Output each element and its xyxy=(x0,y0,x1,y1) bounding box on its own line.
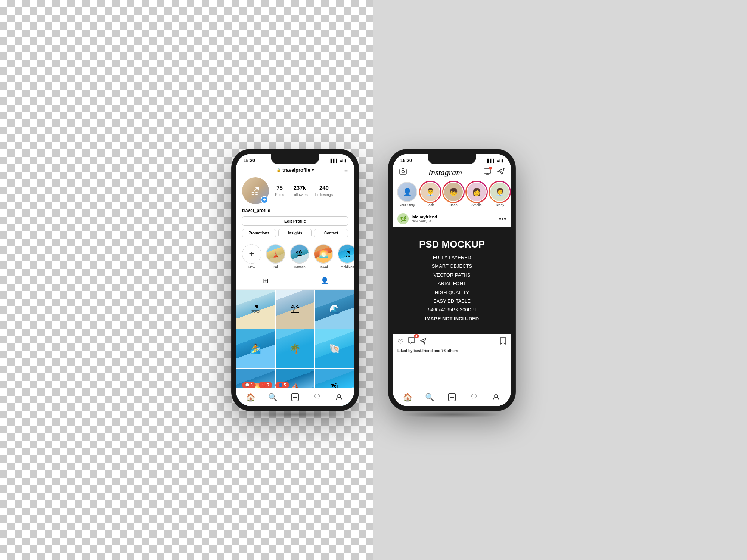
nav-home-1[interactable]: 🏠 xyxy=(244,391,258,404)
nav-add-1[interactable] xyxy=(288,391,302,404)
maldives-story-label: Maldives xyxy=(341,265,354,269)
maldives-story-circle: 🏖 xyxy=(338,244,354,264)
phone-2: 15:20 ▌▌▌ ≋ ▮ Instagram xyxy=(388,149,515,411)
post-username: isla.myfriend xyxy=(412,215,437,219)
profile-top-bar: 🔒 travelprofile ▾ ≡ xyxy=(242,167,348,173)
notch-1 xyxy=(271,154,319,164)
add-story-button[interactable]: + xyxy=(261,196,268,203)
edit-profile-button[interactable]: Edit Profile xyxy=(242,216,348,226)
photo-cell-1[interactable]: 🏖 xyxy=(236,290,275,329)
time-1: 15:20 xyxy=(244,158,255,163)
signal-icon-2: ▌▌▌ xyxy=(487,159,495,163)
new-story-circle: + xyxy=(242,244,261,264)
heart-icon-badge: ❤️ xyxy=(262,383,266,387)
jack-story-item[interactable]: 👨‍💼 Jack xyxy=(421,182,440,207)
time-2: 15:20 xyxy=(400,158,412,163)
jack-avatar: 👨‍💼 xyxy=(420,182,440,202)
cannes-story-label: Cannes xyxy=(294,265,305,269)
nav-profile-2[interactable] xyxy=(489,391,503,404)
noah-avatar: 👦 xyxy=(443,182,464,202)
camera-icon[interactable] xyxy=(399,167,407,177)
photo-cell-4[interactable]: 🏄 xyxy=(236,329,275,368)
feature-4: ARIAL FONT xyxy=(425,279,479,288)
teddy-story-item[interactable]: 🧑‍💼 Teddy xyxy=(490,182,509,207)
post-likes: Liked by best.friend and 76 others xyxy=(393,348,511,354)
notification-dot xyxy=(489,167,492,170)
your-story-avatar: 👤 xyxy=(397,182,417,202)
comment-count: 3 xyxy=(251,383,253,387)
contact-button[interactable]: Contact xyxy=(314,229,348,237)
your-story-item[interactable]: 👤 Your Story xyxy=(397,182,417,207)
post-avatar: 🌿 xyxy=(397,213,409,224)
profile-username-top: 🔒 travelprofile ▾ xyxy=(276,167,313,173)
followers-stat: 237k Followers xyxy=(292,184,308,197)
nav-heart-1[interactable]: ♡ xyxy=(310,391,324,404)
comment-button[interactable]: 4 xyxy=(408,337,415,346)
followings-stat: 240 Followings xyxy=(315,184,333,197)
feature-1: FULLY LAYERED xyxy=(425,253,479,262)
post-user-info: isla.myfriend New York, US xyxy=(412,215,437,223)
post-more-button[interactable]: ••• xyxy=(499,215,506,222)
phone-1: 15:20 ▌▌▌ ≋ ▮ 🔒 travelprofile ▾ ≡ xyxy=(232,149,359,411)
noah-story-item[interactable]: 👦 Noah xyxy=(444,182,463,207)
share-button[interactable] xyxy=(420,337,427,346)
username-label: travelprofile xyxy=(282,167,310,173)
feature-8: IMAGE NOT INCLUDED xyxy=(425,314,479,323)
profile-stats: 75 Posts 237k Followers 240 Followings xyxy=(275,184,333,197)
story-bali[interactable]: 🗼 Bali xyxy=(266,244,285,269)
send-icon[interactable] xyxy=(497,167,505,177)
feature-7: 5460x4095PX 300DPI xyxy=(425,305,479,314)
nav-heart-2[interactable]: ♡ xyxy=(467,391,481,404)
story-new[interactable]: + New xyxy=(242,244,261,269)
heart-button[interactable]: ♡ xyxy=(397,338,403,346)
status-icons-2: ▌▌▌ ≋ ▮ xyxy=(487,159,503,163)
hawaii-story-circle: 🌅 xyxy=(314,244,333,264)
photo-cell-2[interactable]: ⛱ xyxy=(276,290,314,329)
amelia-story-item[interactable]: 👩 Amelia xyxy=(467,182,486,207)
nav-search-1[interactable]: 🔍 xyxy=(266,391,280,404)
nav-add-2[interactable] xyxy=(445,391,459,404)
photo-cell-6[interactable]: 🐚 xyxy=(315,329,354,368)
nav-profile-1[interactable] xyxy=(332,391,346,404)
mockup-title: PSD MOCKUP xyxy=(419,239,485,250)
teddy-avatar: 🧑‍💼 xyxy=(490,182,510,202)
comment-count-badge: 4 xyxy=(414,334,419,338)
followers-count: 237k xyxy=(292,184,308,191)
grid-tab-photos[interactable]: ⊞ xyxy=(236,273,295,289)
status-icons-1: ▌▌▌ ≋ ▮ xyxy=(331,159,347,163)
bottom-nav-2: 🏠 🔍 ♡ xyxy=(393,388,511,406)
like-count: 7 xyxy=(267,383,270,387)
photo-cell-3[interactable]: 🌊 xyxy=(315,290,354,329)
menu-icon[interactable]: ≡ xyxy=(344,167,348,174)
grid-tab-tagged[interactable]: 👤 xyxy=(295,273,354,289)
promotions-button[interactable]: Promotions xyxy=(242,229,276,237)
nav-search-2[interactable]: 🔍 xyxy=(423,391,437,404)
post-actions-left: ♡ 4 xyxy=(397,337,427,346)
story-cannes[interactable]: 🏝 Cannes xyxy=(290,244,309,269)
followers-label: Followers xyxy=(292,193,308,197)
notch-2 xyxy=(428,154,476,164)
post-image: PSD MOCKUP FULLY LAYERED SMART OBJECTS V… xyxy=(393,227,511,334)
posts-label: Posts xyxy=(275,193,284,197)
nav-home-2[interactable]: 🏠 xyxy=(401,391,415,404)
svg-line-10 xyxy=(423,340,425,342)
instagram-logo: Instagram xyxy=(428,168,462,177)
story-maldives[interactable]: 🏖 Maldives xyxy=(338,244,354,269)
profile-display-name: travel_profile xyxy=(242,208,348,213)
grid-icon: ⊞ xyxy=(263,277,269,285)
post-actions: ♡ 4 xyxy=(393,334,511,348)
tv-icon[interactable] xyxy=(483,167,492,177)
photo-cell-5[interactable]: 🌴 xyxy=(276,329,314,368)
feature-5: HIGH QUALITY xyxy=(425,288,479,297)
posts-count: 75 xyxy=(275,184,284,191)
amelia-avatar: 👩 xyxy=(467,182,487,202)
bookmark-button[interactable] xyxy=(500,337,506,346)
story-hawaii[interactable]: 🌅 Hawaii xyxy=(314,244,333,269)
feed-header: Instagram xyxy=(393,166,511,180)
noah-name: Noah xyxy=(449,203,458,207)
battery-icon: ▮ xyxy=(344,159,347,163)
post-location: New York, US xyxy=(412,219,437,223)
post-header: 🌿 isla.myfriend New York, US ••• xyxy=(393,210,511,227)
insights-button[interactable]: Insights xyxy=(278,229,312,237)
svg-point-5 xyxy=(402,171,405,173)
